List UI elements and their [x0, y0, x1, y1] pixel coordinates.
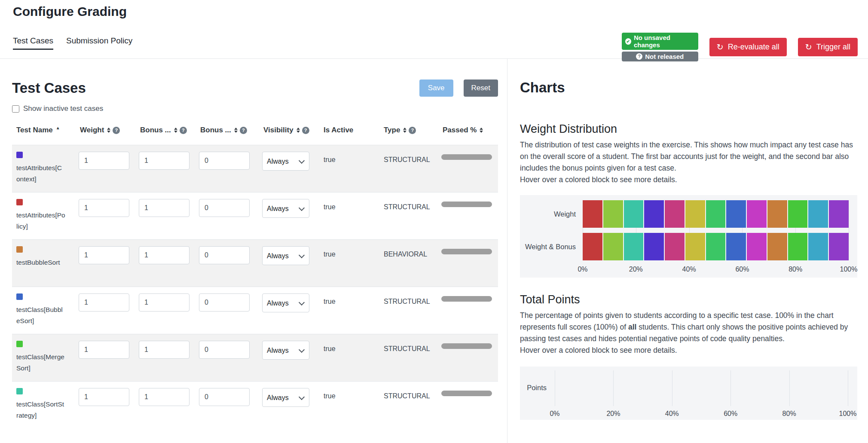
bonus-multiplier-input[interactable] — [139, 152, 189, 170]
chart-segment[interactable] — [583, 233, 602, 260]
chart-segment[interactable] — [705, 233, 726, 260]
table-row: testAttributes[Context] Always true STRU… — [12, 145, 498, 192]
chart-segment[interactable] — [685, 233, 705, 260]
status-badges: ✔ No unsaved changes ? Not released — [622, 33, 698, 61]
tab-test-cases[interactable]: Test Cases — [13, 36, 53, 50]
weight-bar — [583, 200, 849, 228]
tab-submission-policy[interactable]: Submission Policy — [66, 36, 132, 50]
visibility-select[interactable]: Always — [262, 246, 309, 265]
chart-segment[interactable] — [828, 233, 849, 260]
weight-distribution-description: The distribution of test case weights in… — [520, 139, 857, 174]
chart-segment[interactable] — [685, 200, 705, 228]
unsaved-changes-label: No unsaved changes — [634, 34, 695, 49]
reevaluate-all-button[interactable]: ↻ Re-evaluate all — [709, 38, 787, 56]
chart-segment[interactable] — [828, 200, 849, 228]
reset-button[interactable]: Reset — [464, 79, 498, 97]
chart-segment[interactable] — [664, 233, 685, 260]
weight-input[interactable] — [79, 341, 129, 359]
visibility-select[interactable]: Always — [262, 199, 309, 218]
trigger-all-button[interactable]: ↻ Trigger all — [798, 38, 858, 56]
save-button[interactable]: Save — [419, 79, 453, 97]
table-row: testClass[BubbleSort] Always true STRUCT… — [12, 287, 498, 334]
chart-segment[interactable] — [602, 200, 623, 228]
axis-tick-label: 60% — [724, 410, 737, 418]
test-color-swatch — [16, 388, 23, 394]
bonus-points-input[interactable] — [199, 199, 250, 217]
visibility-select[interactable]: Always — [262, 388, 309, 407]
page-title: Configure Grading — [13, 4, 127, 19]
chart-segment[interactable] — [767, 233, 787, 260]
axis-tick-label: 100% — [839, 410, 857, 418]
chart-segment[interactable] — [602, 233, 623, 260]
chart-segment[interactable] — [623, 233, 644, 260]
table-header: Test Name ▲ Weight ? Bonus ... ? Bonus .… — [12, 126, 498, 145]
test-color-swatch — [16, 293, 23, 300]
column-header-passed[interactable]: Passed % — [441, 126, 498, 134]
weight-input[interactable] — [79, 152, 129, 170]
help-icon[interactable]: ? — [180, 127, 187, 134]
help-icon[interactable]: ? — [302, 127, 309, 134]
bonus-multiplier-input[interactable] — [139, 293, 189, 312]
test-cases-heading: Test Cases — [12, 80, 86, 96]
sort-ascending-icon: ▲ — [56, 125, 60, 130]
help-icon[interactable]: ? — [409, 127, 416, 134]
visibility-select-wrapper: Always — [262, 199, 309, 218]
visibility-select[interactable]: Always — [262, 341, 309, 360]
bonus-points-input[interactable] — [199, 246, 250, 264]
chart-segment[interactable] — [725, 233, 746, 260]
bonus-multiplier-input[interactable] — [139, 199, 189, 217]
show-inactive-checkbox[interactable] — [12, 105, 19, 113]
chart-segment[interactable] — [746, 200, 767, 228]
chart-segment[interactable] — [807, 233, 828, 260]
bonus-multiplier-input[interactable] — [139, 341, 189, 359]
chart-segment[interactable] — [623, 200, 644, 228]
column-header-test-name[interactable]: Test Name ▲ — [12, 126, 79, 134]
column-header-bonus-points[interactable]: Bonus ... ? — [199, 126, 262, 134]
column-header-is-active: Is Active — [322, 126, 382, 134]
unsaved-changes-badge: ✔ No unsaved changes — [622, 33, 698, 50]
chart-segment[interactable] — [787, 233, 808, 260]
column-header-weight[interactable]: Weight ? — [79, 126, 139, 134]
chart-segment[interactable] — [705, 200, 726, 228]
bonus-multiplier-input[interactable] — [139, 246, 189, 264]
help-icon[interactable]: ? — [240, 127, 247, 134]
axis-tick-label: 80% — [789, 266, 802, 273]
axis-tick-label: 40% — [665, 410, 679, 418]
bonus-points-input[interactable] — [199, 293, 250, 312]
visibility-select[interactable]: Always — [262, 293, 309, 312]
bonus-points-input[interactable] — [199, 341, 250, 359]
visibility-select[interactable]: Always — [262, 152, 309, 171]
weight-input[interactable] — [79, 199, 129, 217]
weight-input[interactable] — [79, 293, 129, 312]
bonus-points-input[interactable] — [199, 152, 250, 170]
question-circle-icon: ? — [636, 53, 642, 60]
axis-tick-label: 0% — [578, 266, 587, 273]
passed-percent-bar — [441, 296, 492, 302]
weight-input[interactable] — [79, 246, 129, 264]
weight-input[interactable] — [79, 388, 129, 406]
axis-tick-label: 0% — [550, 410, 559, 418]
chart-segment[interactable] — [767, 200, 787, 228]
chart-segment[interactable] — [725, 200, 746, 228]
chart-segment[interactable] — [746, 233, 767, 260]
weight-distribution-chart: Weight Weight & Bonus 0% 20% 40% 60% — [520, 195, 857, 278]
column-header-type[interactable]: Type ? — [382, 126, 441, 134]
column-header-bonus-multiplier[interactable]: Bonus ... ? — [139, 126, 199, 134]
passed-percent-bar — [441, 249, 492, 254]
chart-segment[interactable] — [664, 200, 685, 228]
help-icon[interactable]: ? — [113, 127, 120, 134]
chart-segment[interactable] — [787, 200, 808, 228]
chart-segment[interactable] — [583, 200, 602, 228]
axis-tick-label: 40% — [682, 266, 696, 273]
chart-segment[interactable] — [643, 200, 664, 228]
passed-percent-bar — [441, 202, 492, 207]
bonus-multiplier-input[interactable] — [139, 388, 189, 406]
type-value: STRUCTURAL — [382, 199, 441, 239]
chart-segment[interactable] — [643, 233, 664, 260]
test-name: testClass[SortStrategy] — [16, 399, 65, 421]
bonus-points-input[interactable] — [199, 388, 250, 406]
table-row: testClass[MergeSort] Always true STRUCTU… — [12, 334, 498, 381]
chart-segment[interactable] — [807, 200, 828, 228]
test-color-swatch — [16, 341, 23, 347]
column-header-visibility[interactable]: Visibility ? — [262, 126, 322, 134]
